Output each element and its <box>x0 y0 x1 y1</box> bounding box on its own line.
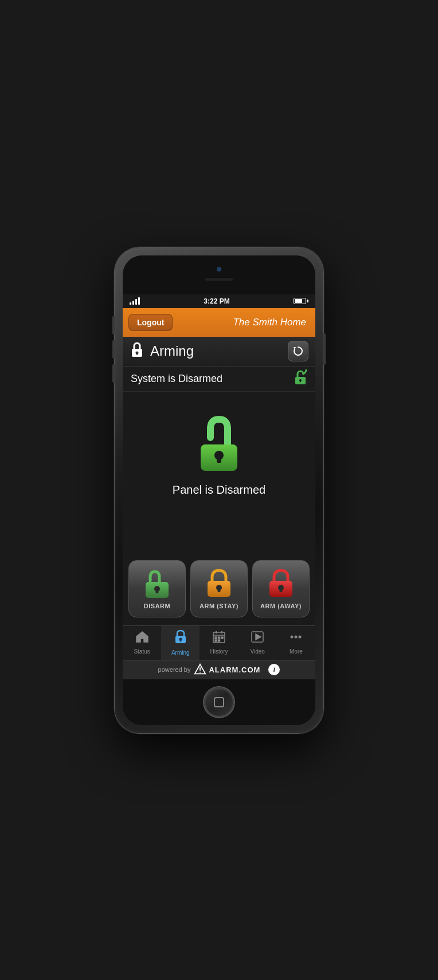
arm-away-button[interactable]: ARM (AWAY) <box>252 560 310 617</box>
home-tab-icon <box>135 631 149 647</box>
arming-label: Arming <box>150 343 194 359</box>
svg-point-35 <box>299 636 302 639</box>
system-status-icon <box>294 369 307 388</box>
tab-arming-label: Arming <box>171 650 190 656</box>
status-bar: 3:22 PM <box>123 294 315 308</box>
action-buttons: DISARM ARM (STAY) <box>123 552 315 625</box>
main-content: Panel is Disarmed <box>123 392 315 552</box>
svg-marker-3 <box>294 347 296 349</box>
phone-frame: 3:22 PM Logout The Smith Home <box>115 247 323 733</box>
logout-button[interactable]: Logout <box>128 314 173 331</box>
system-status-text: System is Disarmed <box>131 373 222 385</box>
arming-title-group: Arming <box>130 341 194 362</box>
home-button-icon <box>214 697 224 707</box>
arm-away-label: ARM (AWAY) <box>260 603 302 609</box>
alarm-triangle-icon <box>194 663 206 676</box>
big-lock-container: Panel is Disarmed <box>173 415 265 497</box>
svg-point-37 <box>200 672 201 673</box>
bottom-bezel <box>123 679 315 725</box>
play-tab-icon <box>251 631 264 647</box>
battery-icon <box>294 298 308 304</box>
top-bezel <box>123 255 315 294</box>
svg-rect-21 <box>179 639 181 641</box>
svg-rect-15 <box>218 588 221 592</box>
refresh-button[interactable] <box>288 341 308 361</box>
calendar-tab-icon <box>212 631 226 647</box>
app-header: Logout The Smith Home <box>123 308 315 337</box>
alarm-com-text: ALARM.COM <box>209 666 260 674</box>
arm-stay-button[interactable]: ARM (STAY) <box>190 560 248 617</box>
svg-rect-6 <box>300 380 301 383</box>
tab-arming[interactable]: Arming <box>161 626 200 660</box>
lock-tab-icon <box>174 629 187 648</box>
svg-rect-18 <box>280 588 283 592</box>
big-padlock-icon <box>190 415 248 472</box>
tab-history[interactable]: History <box>200 626 238 660</box>
disarm-label: DISARM <box>144 603 170 609</box>
alarm-logo: ALARM.COM <box>194 663 260 676</box>
dots-tab-icon <box>289 631 303 647</box>
svg-rect-26 <box>215 637 217 639</box>
tab-video[interactable]: Video <box>238 626 277 660</box>
tab-status-label: Status <box>134 648 150 655</box>
disarm-button[interactable]: DISARM <box>128 560 186 617</box>
lock-icon-white <box>130 341 144 362</box>
arming-bar: Arming <box>123 337 315 367</box>
info-button[interactable]: i <box>268 664 280 675</box>
svg-point-33 <box>291 636 294 639</box>
home-title: The Smith Home <box>173 317 306 328</box>
tab-more-label: More <box>290 648 303 655</box>
svg-rect-9 <box>217 456 221 463</box>
tab-bar: Status Arming <box>123 625 315 660</box>
svg-rect-27 <box>218 637 220 639</box>
panel-status: Panel is Disarmed <box>173 483 265 497</box>
info-icon: i <box>273 666 275 674</box>
powered-by-bar: powered by ALARM.COM i <box>123 660 315 679</box>
svg-rect-30 <box>218 640 220 641</box>
tab-more[interactable]: More <box>277 626 315 660</box>
system-status-line: System is Disarmed <box>123 367 315 392</box>
tab-video-label: Video <box>251 648 265 655</box>
svg-rect-12 <box>156 589 159 593</box>
tab-status[interactable]: Status <box>123 626 161 660</box>
svg-rect-28 <box>221 637 223 639</box>
speaker <box>205 277 233 281</box>
tab-history-label: History <box>210 648 228 655</box>
phone-screen: 3:22 PM Logout The Smith Home <box>123 255 315 725</box>
svg-point-34 <box>295 636 298 639</box>
signal-bars <box>130 297 140 305</box>
status-time: 3:22 PM <box>204 297 229 305</box>
camera <box>217 267 221 271</box>
svg-rect-2 <box>136 353 138 355</box>
svg-marker-32 <box>256 634 261 640</box>
arm-stay-label: ARM (STAY) <box>200 603 238 609</box>
home-button[interactable] <box>204 687 234 717</box>
powered-by-text: powered by <box>158 666 191 673</box>
svg-rect-29 <box>215 640 217 641</box>
